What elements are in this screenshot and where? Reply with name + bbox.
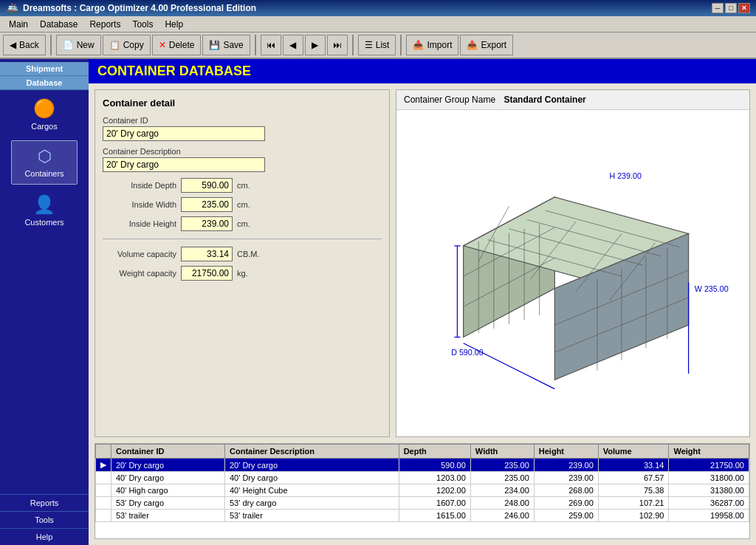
sidebar-tools[interactable]: Tools	[0, 511, 89, 528]
volume-input[interactable]	[181, 247, 233, 261]
weight-input[interactable]	[181, 266, 233, 281]
copy-button[interactable]: 📋 Copy	[103, 35, 151, 55]
row-indicator	[96, 472, 111, 484]
sidebar-section-shipment[interactable]: Shipment	[0, 62, 89, 76]
save-icon: 💾	[209, 40, 220, 50]
depth-unit: cm.	[237, 181, 250, 190]
col-volume[interactable]: Volume	[598, 445, 669, 459]
height-unit: cm.	[237, 219, 250, 228]
col-depth[interactable]: Depth	[399, 445, 470, 459]
close-button[interactable]: ✕	[738, 3, 750, 13]
export-label: Export	[481, 40, 506, 50]
table-body: ▶ 20' Dry cargo 20' Dry cargo 590.00 235…	[96, 459, 749, 522]
cell-volume: 75.38	[598, 484, 669, 497]
container-id-input[interactable]	[103, 126, 265, 141]
dim-h-label: H 239.00	[609, 171, 641, 180]
row-indicator: ▶	[96, 459, 111, 472]
cell-container-id: 53' Dry cargo	[111, 497, 225, 510]
container-id-group: Container ID	[103, 116, 382, 141]
minimize-button[interactable]: ─	[712, 3, 724, 13]
volume-label: Volume capacity	[103, 250, 176, 258]
dim-w-label: W 235.00	[695, 284, 729, 293]
import-button[interactable]: 📥 Import	[406, 35, 458, 55]
container-desc-input[interactable]	[103, 157, 265, 172]
nav-first-button[interactable]: ⏮	[261, 35, 281, 55]
containers-label: Containers	[24, 169, 63, 178]
row-indicator	[96, 510, 111, 522]
cell-description: 20' Dry cargo	[225, 459, 399, 472]
col-weight[interactable]: Weight	[669, 445, 749, 459]
inside-height-input[interactable]	[181, 216, 233, 231]
sidebar-item-cargos[interactable]: 🟠 Cargos	[11, 92, 78, 137]
col-description[interactable]: Container Description	[225, 445, 399, 459]
back-icon: ◀	[10, 40, 16, 50]
menu-tools[interactable]: Tools	[126, 18, 159, 31]
view-canvas: H 239.00 W 235.00 D 590.00	[396, 110, 749, 436]
container-desc-group: Container Description	[103, 147, 382, 172]
menu-reports[interactable]: Reports	[83, 18, 126, 31]
table-row[interactable]: 53' trailer 53' trailer 1615.00 246.00 2…	[96, 510, 749, 522]
cell-volume: 33.14	[598, 459, 669, 472]
inside-depth-input[interactable]	[181, 178, 233, 193]
sidebar-item-customers[interactable]: 👤 Customers	[11, 188, 78, 233]
volume-row: Volume capacity CB.M.	[103, 247, 382, 261]
sidebar-item-containers[interactable]: ⬡ Containers	[11, 140, 78, 185]
copy-label: Copy	[123, 40, 144, 50]
table-row[interactable]: ▶ 20' Dry cargo 20' Dry cargo 590.00 235…	[96, 459, 749, 472]
list-button[interactable]: ☰ List	[358, 35, 396, 55]
maximize-button[interactable]: □	[725, 3, 737, 13]
back-label: Back	[19, 40, 39, 50]
separator-1	[50, 35, 52, 55]
col-container-id[interactable]: Container ID	[111, 445, 225, 459]
cell-container-id: 53' trailer	[111, 510, 225, 522]
sidebar: Shipment Database 🟠 Cargos ⬡ Containers …	[0, 59, 89, 545]
delete-button[interactable]: ✕ Delete	[152, 35, 202, 55]
table-row[interactable]: 53' Dry cargo 53' dry cargo 1607.00 248.…	[96, 497, 749, 510]
dim-d-label: D 590.00	[451, 348, 483, 357]
cell-weight: 31380.00	[669, 484, 749, 497]
cell-height: 259.00	[534, 510, 598, 522]
table-row[interactable]: 40' High cargo 40' Height Cube 1202.00 2…	[96, 484, 749, 497]
view-panel: Container Group Name Standard Container …	[396, 89, 750, 437]
cell-weight: 36287.00	[669, 497, 749, 510]
inside-width-input[interactable]	[181, 197, 233, 212]
new-button[interactable]: 📄 New	[56, 35, 101, 55]
top-section: Container detail Container ID Container …	[94, 89, 750, 437]
table-row[interactable]: 40' Dry cargo 40' Dry cargo 1203.00 235.…	[96, 472, 749, 484]
table-header-row: Container ID Container Description Depth…	[96, 445, 749, 459]
group-name-label: Container Group Name	[404, 95, 495, 105]
export-button[interactable]: 📤 Export	[460, 35, 513, 55]
col-width[interactable]: Width	[470, 445, 534, 459]
nav-prev-button[interactable]: ◀	[283, 35, 303, 55]
nav-last-button[interactable]: ⏭	[327, 35, 348, 55]
col-height[interactable]: Height	[534, 445, 598, 459]
content-area: CONTAINER DATABASE Container detail Cont…	[89, 59, 756, 545]
save-button[interactable]: 💾 Save	[202, 35, 250, 55]
menu-help[interactable]: Help	[159, 18, 189, 31]
inside-depth-row: Inside Depth cm.	[103, 178, 382, 193]
cell-weight: 19958.00	[669, 510, 749, 522]
sidebar-bottom: Reports Tools Help	[0, 494, 89, 545]
menubar: Main Database Reports Tools Help	[0, 16, 756, 32]
view-header: Container Group Name Standard Container	[396, 90, 749, 110]
save-label: Save	[223, 40, 243, 50]
cell-depth: 1615.00	[399, 510, 470, 522]
cell-description: 53' trailer	[225, 510, 399, 522]
back-button[interactable]: ◀ Back	[3, 35, 46, 55]
cell-height: 239.00	[534, 472, 598, 484]
inside-depth-label: Inside Depth	[103, 181, 176, 190]
new-label: New	[77, 40, 94, 50]
cell-weight: 21750.00	[669, 459, 749, 472]
sidebar-reports[interactable]: Reports	[0, 494, 89, 511]
menu-main[interactable]: Main	[3, 18, 34, 31]
cell-height: 268.00	[534, 484, 598, 497]
inside-height-label: Inside Height	[103, 219, 176, 228]
table-container[interactable]: Container ID Container Description Depth…	[95, 444, 749, 538]
menu-database[interactable]: Database	[34, 18, 83, 31]
sidebar-help[interactable]: Help	[0, 528, 89, 545]
content-body: Container detail Container ID Container …	[89, 83, 756, 545]
container-id-label: Container ID	[103, 116, 382, 125]
nav-next-button[interactable]: ▶	[305, 35, 326, 55]
cell-width: 235.00	[470, 459, 534, 472]
sidebar-section-database[interactable]: Database	[0, 76, 89, 90]
